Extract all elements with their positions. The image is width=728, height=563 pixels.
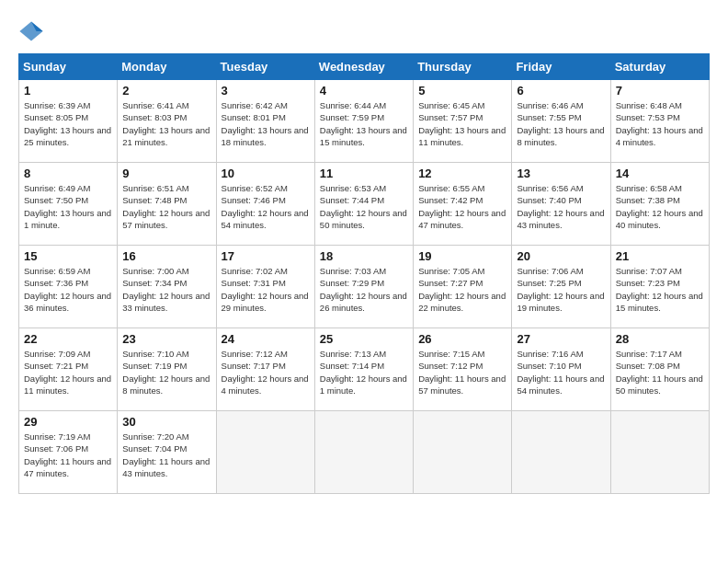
calendar-cell: 15Sunrise: 6:59 AMSunset: 7:36 PMDayligh…: [19, 246, 118, 328]
calendar-cell: [512, 411, 610, 494]
day-info: Sunrise: 6:59 AMSunset: 7:36 PMDaylight:…: [24, 265, 112, 314]
day-info: Sunrise: 7:13 AMSunset: 7:14 PMDaylight:…: [320, 348, 408, 396]
day-number: 7: [616, 84, 704, 98]
day-number: 8: [24, 167, 112, 180]
weekday-header-cell: Monday: [118, 54, 216, 80]
day-number: 10: [222, 167, 310, 180]
weekday-header-cell: Sunday: [19, 54, 118, 80]
day-info: Sunrise: 6:48 AMSunset: 7:53 PMDaylight:…: [616, 99, 704, 148]
calendar-body: 1Sunrise: 6:39 AMSunset: 8:05 PMDaylight…: [19, 80, 710, 494]
calendar-cell: 5Sunrise: 6:45 AMSunset: 7:57 PMDaylight…: [414, 80, 512, 163]
day-number: 4: [320, 84, 408, 98]
calendar-cell: 23Sunrise: 7:10 AMSunset: 7:19 PMDayligh…: [118, 328, 216, 411]
day-number: 3: [222, 84, 310, 98]
day-info: Sunrise: 6:39 AMSunset: 8:05 PMDaylight:…: [24, 99, 112, 148]
header: [18, 18, 710, 44]
calendar-cell: 9Sunrise: 6:51 AMSunset: 7:48 PMDaylight…: [118, 163, 216, 246]
day-number: 18: [320, 249, 408, 263]
day-number: 6: [517, 84, 605, 98]
calendar-cell: 2Sunrise: 6:41 AMSunset: 8:03 PMDaylight…: [118, 80, 216, 163]
day-info: Sunrise: 7:10 AMSunset: 7:19 PMDaylight:…: [122, 348, 210, 396]
day-info: Sunrise: 7:07 AMSunset: 7:23 PMDaylight:…: [616, 265, 704, 314]
calendar-cell: 11Sunrise: 6:53 AMSunset: 7:44 PMDayligh…: [314, 163, 413, 246]
day-info: Sunrise: 6:44 AMSunset: 7:59 PMDaylight:…: [320, 99, 408, 148]
calendar-cell: 1Sunrise: 6:39 AMSunset: 8:05 PMDaylight…: [19, 80, 118, 163]
calendar-cell: 20Sunrise: 7:06 AMSunset: 7:25 PMDayligh…: [512, 246, 610, 328]
logo: [18, 18, 48, 44]
day-info: Sunrise: 7:00 AMSunset: 7:34 PMDaylight:…: [122, 265, 210, 314]
day-number: 9: [122, 167, 210, 180]
day-info: Sunrise: 6:53 AMSunset: 7:44 PMDaylight:…: [320, 182, 408, 231]
day-number: 19: [418, 249, 506, 263]
calendar-row: 1Sunrise: 6:39 AMSunset: 8:05 PMDaylight…: [19, 80, 710, 163]
weekday-header-cell: Friday: [512, 54, 610, 80]
day-info: Sunrise: 7:09 AMSunset: 7:21 PMDaylight:…: [24, 348, 112, 396]
day-number: 21: [616, 249, 704, 263]
calendar-cell: 18Sunrise: 7:03 AMSunset: 7:29 PMDayligh…: [314, 246, 413, 328]
day-number: 17: [222, 249, 310, 263]
logo-icon: [18, 18, 44, 44]
calendar-cell: 6Sunrise: 6:46 AMSunset: 7:55 PMDaylight…: [512, 80, 610, 163]
calendar-cell: 17Sunrise: 7:02 AMSunset: 7:31 PMDayligh…: [216, 246, 314, 328]
calendar-cell: 28Sunrise: 7:17 AMSunset: 7:08 PMDayligh…: [610, 328, 709, 411]
calendar-cell: [216, 411, 314, 494]
weekday-header-cell: Tuesday: [216, 54, 314, 80]
day-number: 1: [24, 84, 112, 98]
day-info: Sunrise: 6:52 AMSunset: 7:46 PMDaylight:…: [222, 182, 310, 231]
calendar-row: 15Sunrise: 6:59 AMSunset: 7:36 PMDayligh…: [19, 246, 710, 328]
day-number: 24: [222, 332, 310, 346]
calendar-cell: 27Sunrise: 7:16 AMSunset: 7:10 PMDayligh…: [512, 328, 610, 411]
day-info: Sunrise: 6:46 AMSunset: 7:55 PMDaylight:…: [517, 99, 605, 148]
calendar-table: SundayMondayTuesdayWednesdayThursdayFrid…: [18, 53, 710, 494]
calendar-row: 8Sunrise: 6:49 AMSunset: 7:50 PMDaylight…: [19, 163, 710, 246]
day-number: 27: [517, 332, 605, 346]
day-info: Sunrise: 6:42 AMSunset: 8:01 PMDaylight:…: [222, 99, 310, 148]
calendar-cell: 12Sunrise: 6:55 AMSunset: 7:42 PMDayligh…: [414, 163, 512, 246]
day-number: 29: [24, 415, 112, 429]
day-number: 16: [122, 249, 210, 263]
calendar-cell: 29Sunrise: 7:19 AMSunset: 7:06 PMDayligh…: [19, 411, 118, 494]
day-info: Sunrise: 6:49 AMSunset: 7:50 PMDaylight:…: [24, 182, 112, 231]
day-info: Sunrise: 7:16 AMSunset: 7:10 PMDaylight:…: [517, 348, 605, 396]
day-info: Sunrise: 7:17 AMSunset: 7:08 PMDaylight:…: [616, 348, 704, 396]
day-number: 20: [517, 249, 605, 263]
day-number: 13: [517, 167, 605, 180]
day-number: 25: [320, 332, 408, 346]
day-number: 26: [418, 332, 506, 346]
calendar-cell: 7Sunrise: 6:48 AMSunset: 7:53 PMDaylight…: [610, 80, 709, 163]
calendar-cell: 21Sunrise: 7:07 AMSunset: 7:23 PMDayligh…: [610, 246, 709, 328]
day-info: Sunrise: 6:55 AMSunset: 7:42 PMDaylight:…: [418, 182, 506, 231]
calendar-cell: [610, 411, 709, 494]
calendar-cell: 13Sunrise: 6:56 AMSunset: 7:40 PMDayligh…: [512, 163, 610, 246]
weekday-header-cell: Wednesday: [314, 54, 413, 80]
day-number: 28: [616, 332, 704, 346]
weekday-header-row: SundayMondayTuesdayWednesdayThursdayFrid…: [19, 54, 710, 80]
day-info: Sunrise: 7:03 AMSunset: 7:29 PMDaylight:…: [320, 265, 408, 314]
day-number: 12: [418, 167, 506, 180]
day-number: 30: [122, 415, 210, 429]
day-info: Sunrise: 6:56 AMSunset: 7:40 PMDaylight:…: [517, 182, 605, 231]
day-number: 14: [616, 167, 704, 180]
day-info: Sunrise: 7:15 AMSunset: 7:12 PMDaylight:…: [418, 348, 506, 396]
calendar-cell: 16Sunrise: 7:00 AMSunset: 7:34 PMDayligh…: [118, 246, 216, 328]
calendar-cell: 8Sunrise: 6:49 AMSunset: 7:50 PMDaylight…: [19, 163, 118, 246]
day-info: Sunrise: 7:12 AMSunset: 7:17 PMDaylight:…: [222, 348, 310, 396]
day-info: Sunrise: 7:02 AMSunset: 7:31 PMDaylight:…: [222, 265, 310, 314]
day-info: Sunrise: 6:58 AMSunset: 7:38 PMDaylight:…: [616, 182, 704, 231]
calendar-cell: 24Sunrise: 7:12 AMSunset: 7:17 PMDayligh…: [216, 328, 314, 411]
calendar-cell: 10Sunrise: 6:52 AMSunset: 7:46 PMDayligh…: [216, 163, 314, 246]
calendar-cell: 3Sunrise: 6:42 AMSunset: 8:01 PMDaylight…: [216, 80, 314, 163]
calendar-cell: 4Sunrise: 6:44 AMSunset: 7:59 PMDaylight…: [314, 80, 413, 163]
day-number: 23: [122, 332, 210, 346]
day-info: Sunrise: 7:06 AMSunset: 7:25 PMDaylight:…: [517, 265, 605, 314]
day-number: 15: [24, 249, 112, 263]
day-number: 11: [320, 167, 408, 180]
day-info: Sunrise: 7:20 AMSunset: 7:04 PMDaylight:…: [122, 431, 210, 479]
calendar-cell: 19Sunrise: 7:05 AMSunset: 7:27 PMDayligh…: [414, 246, 512, 328]
calendar-row: 29Sunrise: 7:19 AMSunset: 7:06 PMDayligh…: [19, 411, 710, 494]
calendar-cell: 22Sunrise: 7:09 AMSunset: 7:21 PMDayligh…: [19, 328, 118, 411]
day-info: Sunrise: 6:51 AMSunset: 7:48 PMDaylight:…: [122, 182, 210, 231]
calendar-cell: [314, 411, 413, 494]
weekday-header-cell: Thursday: [414, 54, 512, 80]
day-info: Sunrise: 7:19 AMSunset: 7:06 PMDaylight:…: [24, 431, 112, 479]
